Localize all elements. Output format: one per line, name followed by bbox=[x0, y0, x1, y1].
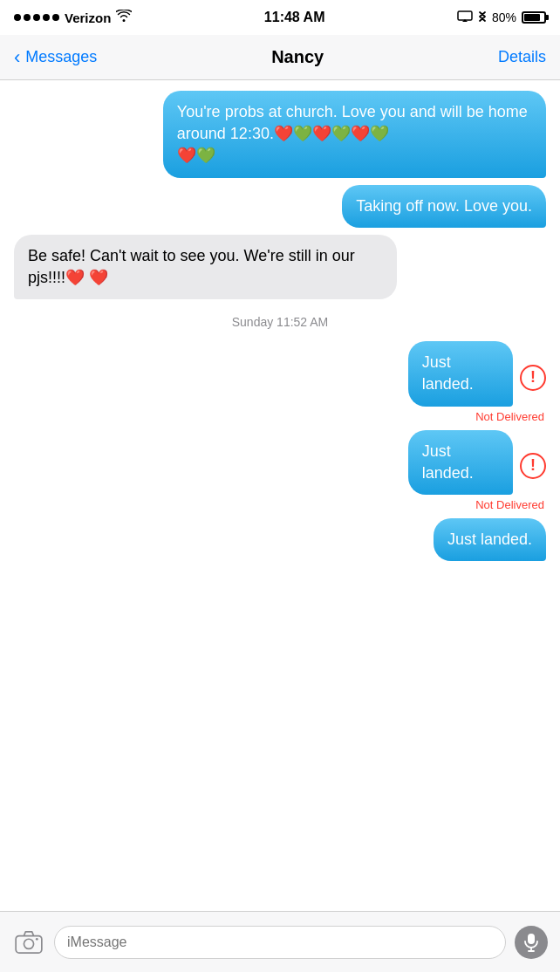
message-bubble: Just landed. bbox=[408, 341, 513, 406]
camera-button[interactable] bbox=[12, 926, 45, 959]
message-group: Just landed. ! Not Delivered bbox=[14, 430, 546, 511]
signal-dot-4 bbox=[43, 14, 50, 21]
error-indicator[interactable]: ! bbox=[520, 453, 546, 479]
timestamp: Sunday 11:52 AM bbox=[14, 315, 546, 329]
battery-percent: 80% bbox=[492, 10, 516, 24]
status-time: 11:48 AM bbox=[264, 10, 325, 25]
message-text: Be safe! Can't wait to see you. We're st… bbox=[28, 247, 355, 286]
input-bar bbox=[0, 911, 560, 972]
airplay-icon bbox=[457, 10, 473, 25]
message-with-error: Just landed. ! bbox=[400, 341, 546, 406]
message-with-error: Just landed. ! bbox=[400, 430, 546, 495]
signal-dot-3 bbox=[33, 14, 40, 21]
message-text: You're probs at church. Love you and wil… bbox=[177, 103, 528, 164]
wifi-icon bbox=[116, 10, 132, 25]
signal-dot-1 bbox=[14, 14, 21, 21]
message-text: Just landed. bbox=[422, 353, 474, 393]
not-delivered-label: Not Delivered bbox=[475, 410, 544, 423]
battery-icon bbox=[522, 11, 546, 24]
message-text: Just landed. bbox=[422, 442, 474, 482]
message-row: Taking off now. Love you. bbox=[14, 185, 546, 228]
status-right: 80% bbox=[457, 10, 546, 26]
message-row: Just landed. bbox=[14, 518, 546, 561]
nav-title: Nancy bbox=[271, 47, 324, 67]
back-chevron-icon: ‹ bbox=[14, 46, 20, 69]
mic-icon bbox=[524, 933, 538, 952]
status-left: Verizon bbox=[14, 10, 132, 25]
battery-container bbox=[522, 11, 546, 24]
nav-bar: ‹ Messages Nancy Details bbox=[0, 35, 560, 80]
error-indicator[interactable]: ! bbox=[520, 365, 546, 391]
back-label: Messages bbox=[25, 48, 97, 66]
messages-area: You're probs at church. Love you and wil… bbox=[0, 80, 560, 911]
mic-button[interactable] bbox=[515, 926, 548, 959]
svg-rect-0 bbox=[458, 11, 472, 20]
bluetooth-icon bbox=[478, 10, 487, 26]
message-bubble: Taking off now. Love you. bbox=[342, 185, 546, 228]
svg-rect-4 bbox=[528, 934, 535, 944]
not-delivered-label: Not Delivered bbox=[475, 498, 544, 511]
details-button[interactable]: Details bbox=[498, 48, 546, 66]
signal-dot-5 bbox=[52, 14, 59, 21]
message-bubble: You're probs at church. Love you and wil… bbox=[163, 91, 546, 178]
message-row: You're probs at church. Love you and wil… bbox=[14, 91, 546, 178]
message-input[interactable] bbox=[54, 926, 506, 959]
signal-dots bbox=[14, 14, 59, 21]
svg-point-2 bbox=[24, 939, 33, 948]
carrier-name: Verizon bbox=[65, 10, 111, 25]
message-bubble: Just landed. bbox=[408, 430, 513, 495]
message-bubble: Just landed. bbox=[434, 518, 546, 561]
svg-point-3 bbox=[36, 937, 38, 940]
phone-frame: Verizon 11:48 AM bbox=[0, 0, 560, 972]
back-button[interactable]: ‹ Messages bbox=[14, 46, 97, 69]
battery-fill bbox=[524, 14, 540, 21]
message-row: Be safe! Can't wait to see you. We're st… bbox=[14, 235, 546, 299]
camera-icon bbox=[15, 931, 43, 954]
message-text: Just landed. bbox=[447, 530, 532, 548]
message-text: Taking off now. Love you. bbox=[356, 197, 532, 215]
message-bubble: Be safe! Can't wait to see you. We're st… bbox=[14, 235, 397, 299]
status-bar: Verizon 11:48 AM bbox=[0, 0, 560, 35]
signal-dot-2 bbox=[24, 14, 31, 21]
message-group: Just landed. ! Not Delivered bbox=[14, 341, 546, 422]
